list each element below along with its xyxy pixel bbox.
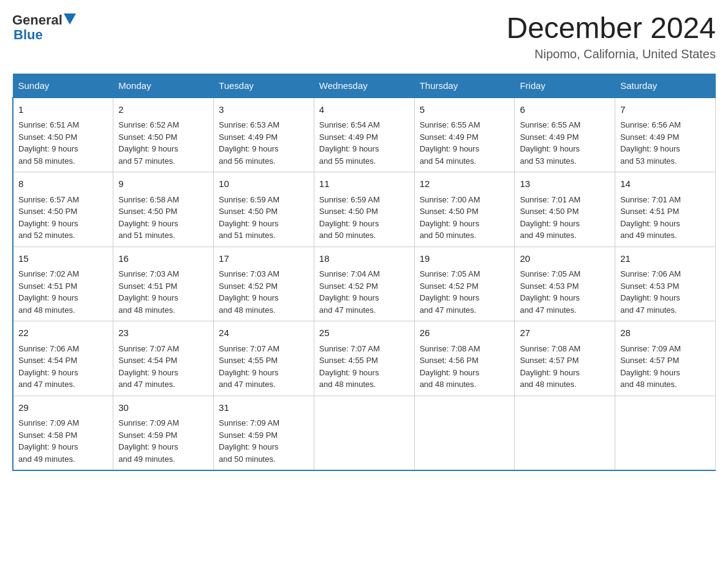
logo: General Blue bbox=[12, 12, 76, 43]
day-number: 29 bbox=[18, 401, 108, 415]
calendar-cell: 18Sunrise: 7:04 AMSunset: 4:52 PMDayligh… bbox=[314, 247, 414, 321]
calendar-body: 1Sunrise: 6:51 AMSunset: 4:50 PMDaylight… bbox=[13, 98, 716, 471]
day-number: 17 bbox=[219, 252, 309, 266]
calendar-cell: 4Sunrise: 6:54 AMSunset: 4:49 PMDaylight… bbox=[314, 98, 414, 172]
day-info: Sunrise: 7:04 AMSunset: 4:52 PMDaylight:… bbox=[319, 268, 409, 316]
calendar-week-row: 1Sunrise: 6:51 AMSunset: 4:50 PMDaylight… bbox=[13, 98, 716, 172]
day-info: Sunrise: 7:07 AMSunset: 4:54 PMDaylight:… bbox=[118, 343, 208, 391]
weekday-header-tuesday: Tuesday bbox=[214, 74, 314, 98]
weekday-header-friday: Friday bbox=[515, 74, 615, 98]
calendar-cell: 8Sunrise: 6:57 AMSunset: 4:50 PMDaylight… bbox=[13, 172, 113, 247]
calendar-cell: 27Sunrise: 7:08 AMSunset: 4:57 PMDayligh… bbox=[515, 321, 615, 396]
day-number: 6 bbox=[520, 103, 610, 117]
calendar-cell bbox=[615, 396, 716, 470]
calendar-cell: 6Sunrise: 6:55 AMSunset: 4:49 PMDaylight… bbox=[515, 98, 615, 172]
day-number: 21 bbox=[620, 252, 710, 266]
day-info: Sunrise: 7:03 AMSunset: 4:52 PMDaylight:… bbox=[219, 268, 309, 316]
day-number: 8 bbox=[18, 177, 108, 191]
day-info: Sunrise: 7:06 AMSunset: 4:54 PMDaylight:… bbox=[18, 343, 108, 391]
day-number: 14 bbox=[620, 177, 710, 191]
calendar-cell: 31Sunrise: 7:09 AMSunset: 4:59 PMDayligh… bbox=[214, 396, 314, 470]
calendar-week-row: 8Sunrise: 6:57 AMSunset: 4:50 PMDaylight… bbox=[13, 172, 716, 247]
logo-triangle-icon bbox=[64, 13, 76, 25]
title-area: December 2024 Nipomo, California, United… bbox=[506, 12, 716, 61]
calendar-cell bbox=[314, 396, 414, 470]
day-info: Sunrise: 6:57 AMSunset: 4:50 PMDaylight:… bbox=[18, 194, 108, 242]
day-info: Sunrise: 7:07 AMSunset: 4:55 PMDaylight:… bbox=[319, 343, 409, 391]
day-number: 23 bbox=[118, 326, 208, 340]
day-number: 26 bbox=[420, 326, 510, 340]
day-info: Sunrise: 6:55 AMSunset: 4:49 PMDaylight:… bbox=[520, 119, 610, 167]
weekday-header-thursday: Thursday bbox=[414, 74, 515, 98]
calendar-cell: 26Sunrise: 7:08 AMSunset: 4:56 PMDayligh… bbox=[414, 321, 515, 396]
day-info: Sunrise: 7:05 AMSunset: 4:53 PMDaylight:… bbox=[520, 268, 610, 316]
day-info: Sunrise: 7:08 AMSunset: 4:57 PMDaylight:… bbox=[520, 343, 610, 391]
day-info: Sunrise: 7:09 AMSunset: 4:59 PMDaylight:… bbox=[219, 417, 309, 465]
day-number: 18 bbox=[319, 252, 409, 266]
calendar-cell: 3Sunrise: 6:53 AMSunset: 4:49 PMDaylight… bbox=[214, 98, 314, 172]
day-number: 15 bbox=[18, 252, 108, 266]
calendar-cell bbox=[515, 396, 615, 470]
day-info: Sunrise: 6:59 AMSunset: 4:50 PMDaylight:… bbox=[319, 194, 409, 242]
day-info: Sunrise: 7:09 AMSunset: 4:58 PMDaylight:… bbox=[18, 417, 108, 465]
calendar-cell: 23Sunrise: 7:07 AMSunset: 4:54 PMDayligh… bbox=[113, 321, 214, 396]
day-info: Sunrise: 7:05 AMSunset: 4:52 PMDaylight:… bbox=[420, 268, 510, 316]
day-info: Sunrise: 7:06 AMSunset: 4:53 PMDaylight:… bbox=[620, 268, 710, 316]
day-info: Sunrise: 6:54 AMSunset: 4:49 PMDaylight:… bbox=[319, 119, 409, 167]
day-number: 12 bbox=[420, 177, 510, 191]
day-info: Sunrise: 6:52 AMSunset: 4:50 PMDaylight:… bbox=[118, 119, 208, 167]
calendar-cell: 5Sunrise: 6:55 AMSunset: 4:49 PMDaylight… bbox=[414, 98, 515, 172]
day-info: Sunrise: 7:02 AMSunset: 4:51 PMDaylight:… bbox=[18, 268, 108, 316]
day-number: 16 bbox=[118, 252, 208, 266]
day-number: 3 bbox=[219, 103, 309, 117]
calendar-cell: 9Sunrise: 6:58 AMSunset: 4:50 PMDaylight… bbox=[113, 172, 214, 247]
weekday-header-saturday: Saturday bbox=[615, 74, 716, 98]
day-number: 25 bbox=[319, 326, 409, 340]
day-info: Sunrise: 6:56 AMSunset: 4:49 PMDaylight:… bbox=[620, 119, 710, 167]
page-header: General Blue December 2024 Nipomo, Calif… bbox=[12, 12, 716, 61]
logo-blue-text: Blue bbox=[12, 27, 43, 43]
day-number: 2 bbox=[118, 103, 208, 117]
calendar-cell: 22Sunrise: 7:06 AMSunset: 4:54 PMDayligh… bbox=[13, 321, 113, 396]
calendar-cell: 25Sunrise: 7:07 AMSunset: 4:55 PMDayligh… bbox=[314, 321, 414, 396]
calendar-cell: 1Sunrise: 6:51 AMSunset: 4:50 PMDaylight… bbox=[13, 98, 113, 172]
calendar-cell: 10Sunrise: 6:59 AMSunset: 4:50 PMDayligh… bbox=[214, 172, 314, 247]
day-number: 4 bbox=[319, 103, 409, 117]
calendar-cell: 2Sunrise: 6:52 AMSunset: 4:50 PMDaylight… bbox=[113, 98, 214, 172]
day-info: Sunrise: 7:01 AMSunset: 4:50 PMDaylight:… bbox=[520, 194, 610, 242]
day-number: 27 bbox=[520, 326, 610, 340]
calendar-cell: 16Sunrise: 7:03 AMSunset: 4:51 PMDayligh… bbox=[113, 247, 214, 321]
calendar-header: SundayMondayTuesdayWednesdayThursdayFrid… bbox=[13, 74, 716, 98]
calendar-cell: 15Sunrise: 7:02 AMSunset: 4:51 PMDayligh… bbox=[13, 247, 113, 321]
day-info: Sunrise: 7:09 AMSunset: 4:59 PMDaylight:… bbox=[118, 417, 208, 465]
calendar-cell: 24Sunrise: 7:07 AMSunset: 4:55 PMDayligh… bbox=[214, 321, 314, 396]
calendar-week-row: 22Sunrise: 7:06 AMSunset: 4:54 PMDayligh… bbox=[13, 321, 716, 396]
day-number: 22 bbox=[18, 326, 108, 340]
day-number: 5 bbox=[420, 103, 510, 117]
day-number: 19 bbox=[420, 252, 510, 266]
day-info: Sunrise: 7:07 AMSunset: 4:55 PMDaylight:… bbox=[219, 343, 309, 391]
weekday-header-monday: Monday bbox=[113, 74, 214, 98]
day-info: Sunrise: 6:55 AMSunset: 4:49 PMDaylight:… bbox=[420, 119, 510, 167]
calendar-table: SundayMondayTuesdayWednesdayThursdayFrid… bbox=[12, 74, 716, 472]
weekday-header-row: SundayMondayTuesdayWednesdayThursdayFrid… bbox=[13, 74, 716, 98]
calendar-cell: 30Sunrise: 7:09 AMSunset: 4:59 PMDayligh… bbox=[113, 396, 214, 470]
day-info: Sunrise: 7:03 AMSunset: 4:51 PMDaylight:… bbox=[118, 268, 208, 316]
day-info: Sunrise: 7:08 AMSunset: 4:56 PMDaylight:… bbox=[420, 343, 510, 391]
day-info: Sunrise: 6:53 AMSunset: 4:49 PMDaylight:… bbox=[219, 119, 309, 167]
day-number: 11 bbox=[319, 177, 409, 191]
day-info: Sunrise: 6:59 AMSunset: 4:50 PMDaylight:… bbox=[219, 194, 309, 242]
day-info: Sunrise: 7:00 AMSunset: 4:50 PMDaylight:… bbox=[420, 194, 510, 242]
calendar-cell: 20Sunrise: 7:05 AMSunset: 4:53 PMDayligh… bbox=[515, 247, 615, 321]
calendar-cell: 17Sunrise: 7:03 AMSunset: 4:52 PMDayligh… bbox=[214, 247, 314, 321]
day-number: 9 bbox=[118, 177, 208, 191]
day-info: Sunrise: 7:09 AMSunset: 4:57 PMDaylight:… bbox=[620, 343, 710, 391]
day-info: Sunrise: 6:58 AMSunset: 4:50 PMDaylight:… bbox=[118, 194, 208, 242]
calendar-cell: 29Sunrise: 7:09 AMSunset: 4:58 PMDayligh… bbox=[13, 396, 113, 470]
calendar-cell: 21Sunrise: 7:06 AMSunset: 4:53 PMDayligh… bbox=[615, 247, 716, 321]
calendar-cell: 28Sunrise: 7:09 AMSunset: 4:57 PMDayligh… bbox=[615, 321, 716, 396]
calendar-week-row: 29Sunrise: 7:09 AMSunset: 4:58 PMDayligh… bbox=[13, 396, 716, 470]
calendar-cell: 7Sunrise: 6:56 AMSunset: 4:49 PMDaylight… bbox=[615, 98, 716, 172]
location-title: Nipomo, California, United States bbox=[506, 47, 716, 61]
calendar-cell bbox=[414, 396, 515, 470]
